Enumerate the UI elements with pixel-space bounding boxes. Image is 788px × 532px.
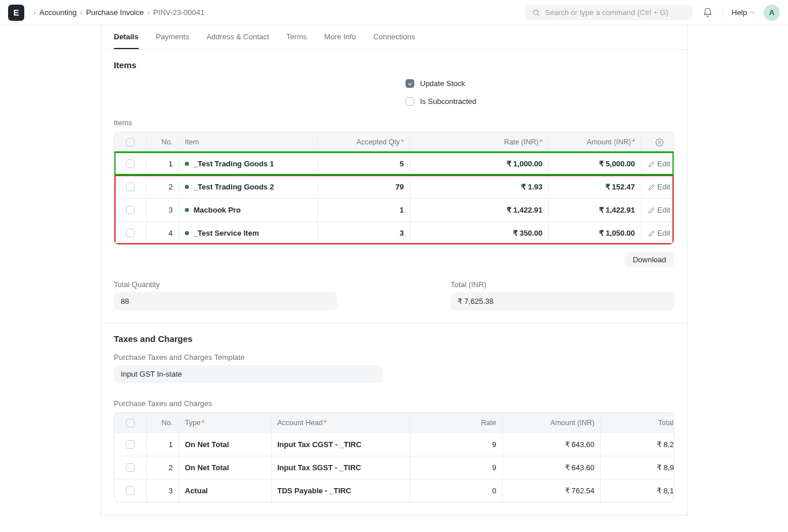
row-no: 1	[147, 433, 179, 456]
table-row[interactable]: 1 On Net Total Input Tax CGST - _TIRC 9 …	[114, 433, 674, 456]
row-rate[interactable]: ₹ 1.93	[410, 176, 549, 198]
table-row[interactable]: 2 On Net Total Input Tax SGST - _TIRC 9 …	[114, 456, 674, 479]
table-row[interactable]: 1 _Test Trading Goods 1 5 ₹ 1,000.00 ₹ 5…	[114, 152, 674, 175]
col-no: No.	[147, 132, 179, 152]
svg-point-2	[658, 141, 660, 143]
row-check[interactable]	[114, 479, 147, 502]
row-qty[interactable]: 1	[318, 199, 410, 221]
section-taxes: Taxes and Charges Purchase Taxes and Cha…	[101, 323, 687, 515]
table-row[interactable]: 3 Macbook Pro 1 ₹ 1,422.91 ₹ 1,422.91 Ed…	[114, 198, 674, 221]
row-rate[interactable]: 9	[410, 456, 503, 479]
row-rate[interactable]: 9	[410, 433, 503, 456]
breadcrumb-current: PINV-23-00041	[153, 8, 205, 17]
row-edit-button[interactable]: Edit	[641, 199, 674, 221]
row-rate[interactable]: 0	[410, 479, 503, 502]
table-row[interactable]: 3 Actual TDS Payable - _TIRC 0 ₹ 762.54 …	[114, 479, 674, 502]
row-check[interactable]	[114, 176, 147, 198]
svg-point-0	[534, 10, 538, 14]
row-account[interactable]: TDS Payable - _TIRC	[272, 479, 410, 502]
row-type[interactable]: On Net Total	[179, 433, 272, 456]
row-check[interactable]	[114, 199, 147, 221]
row-rate[interactable]: ₹ 350.00	[410, 222, 549, 244]
pencil-icon	[648, 207, 655, 214]
row-total: ₹ 8,912.58	[601, 456, 674, 479]
checkbox-checked-icon	[406, 79, 414, 88]
col-qty: Accepted Qty*	[318, 132, 410, 152]
breadcrumb-purchase-invoice[interactable]: Purchase Invoice	[86, 8, 144, 17]
row-total: ₹ 8,268.98	[601, 433, 674, 456]
row-rate[interactable]: ₹ 1,000.00	[410, 152, 549, 175]
row-edit-button[interactable]: Edit	[641, 152, 674, 175]
tab-payments[interactable]: Payments	[156, 32, 189, 49]
col-rate: Rate	[410, 413, 503, 433]
row-qty[interactable]: 5	[318, 152, 410, 175]
notifications-button[interactable]	[701, 6, 715, 20]
row-check[interactable]	[114, 433, 147, 456]
row-item[interactable]: Macbook Pro	[179, 199, 318, 221]
tab-more-info[interactable]: More Info	[324, 32, 356, 49]
col-rate: Rate (INR)*	[410, 132, 549, 152]
taxes-grid: No. Type* Account Head* Rate Amount (INR…	[114, 412, 674, 503]
search-box[interactable]	[525, 5, 693, 20]
total-qty-value: 88	[114, 292, 337, 310]
row-edit-button[interactable]: Edit	[641, 222, 674, 244]
row-check[interactable]	[114, 456, 147, 479]
row-type[interactable]: Actual	[179, 479, 272, 502]
row-amount: ₹ 5,000.00	[549, 152, 641, 175]
row-item[interactable]: _Test Service Item	[179, 222, 318, 244]
row-account[interactable]: Input Tax SGST - _TIRC	[272, 456, 410, 479]
table-row[interactable]: 2 _Test Trading Goods 2 79 ₹ 1.93 ₹ 152.…	[114, 175, 674, 198]
chevron-down-icon	[749, 9, 756, 16]
tax-template-input[interactable]: Input GST In-state	[114, 365, 383, 383]
col-item: Item	[179, 132, 318, 152]
col-type: Type*	[179, 413, 272, 433]
row-amount: ₹ 643.60	[503, 456, 601, 479]
taxes-subhead: Purchase Taxes and Charges	[114, 399, 674, 408]
svg-line-1	[538, 14, 540, 16]
is-subcontracted-checkbox[interactable]: Is Subcontracted	[406, 97, 674, 106]
row-rate[interactable]: ₹ 1,422.91	[410, 199, 549, 221]
app-logo[interactable]: E	[8, 5, 24, 21]
update-stock-checkbox[interactable]: Update Stock	[406, 79, 674, 88]
status-dot-icon	[185, 231, 189, 235]
row-qty[interactable]: 3	[318, 222, 410, 244]
avatar[interactable]: A	[764, 5, 780, 21]
row-account[interactable]: Input Tax CGST - _TIRC	[272, 433, 410, 456]
row-no: 3	[147, 479, 179, 502]
download-button[interactable]: Download	[625, 252, 674, 267]
chevron-right-icon: ›	[147, 8, 150, 17]
help-button[interactable]: Help	[731, 8, 756, 17]
pencil-icon	[648, 161, 655, 168]
row-type[interactable]: On Net Total	[179, 456, 272, 479]
row-amount: ₹ 643.60	[503, 433, 601, 456]
status-dot-icon	[185, 208, 189, 212]
checkbox-unchecked-icon	[406, 97, 414, 106]
pencil-icon	[648, 230, 655, 237]
chevron-right-icon: ›	[34, 8, 36, 17]
table-row[interactable]: 4 _Test Service Item 3 ₹ 350.00 ₹ 1,050.…	[114, 221, 674, 244]
bell-icon	[702, 8, 713, 18]
row-edit-button[interactable]: Edit	[641, 176, 674, 198]
status-dot-icon	[185, 185, 189, 189]
row-no: 3	[147, 199, 179, 221]
tab-details[interactable]: Details	[114, 32, 139, 49]
tab-connections[interactable]: Connections	[373, 32, 415, 49]
row-no: 4	[147, 222, 179, 244]
tab-address-contact[interactable]: Address & Contact	[206, 32, 269, 49]
row-item[interactable]: _Test Trading Goods 2	[179, 176, 318, 198]
breadcrumb-accounting[interactable]: Accounting	[39, 8, 76, 17]
row-check[interactable]	[114, 152, 147, 175]
totals-row: Total Quantity 88 Total (INR) ₹ 7,625.38	[114, 280, 674, 310]
row-qty[interactable]: 79	[318, 176, 410, 198]
col-check[interactable]	[114, 132, 147, 152]
total-amount-label: Total (INR)	[451, 280, 674, 289]
row-check[interactable]	[114, 222, 147, 244]
row-item[interactable]: _Test Trading Goods 1	[179, 152, 318, 175]
divider	[723, 7, 723, 18]
search-icon	[532, 9, 540, 17]
form-card: Details Payments Address & Contact Terms…	[101, 25, 687, 516]
search-input[interactable]	[545, 8, 686, 17]
col-check[interactable]	[114, 413, 147, 433]
grid-settings-button[interactable]	[641, 132, 674, 152]
tab-terms[interactable]: Terms	[287, 32, 307, 49]
